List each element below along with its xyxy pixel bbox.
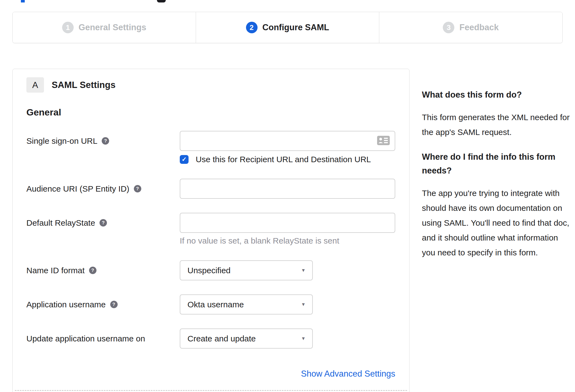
chevron-down-icon: ▼ [301, 302, 306, 307]
clipped-header-fragment-blue [21, 0, 25, 2]
field-label: Single sign-on URL ? [26, 131, 180, 151]
step-label: General Settings [79, 23, 146, 32]
chevron-down-icon: ▼ [301, 268, 306, 273]
field-label: Default RelayState ? [26, 213, 180, 233]
checkbox-label: Use this for Recipient URL and Destinati… [196, 155, 371, 164]
field-row-audience-uri: Audience URI (SP Entity ID) ? [26, 179, 396, 199]
application-username-select[interactable]: Okta username ▼ [180, 294, 313, 314]
step-number-badge: 3 [443, 22, 454, 33]
field-row-default-relaystate: Default RelayState ? If no value is set,… [26, 213, 396, 245]
saml-settings-panel: A SAML Settings General Single sign-on U… [12, 69, 410, 392]
default-relaystate-input[interactable] [180, 213, 395, 233]
field-label: Application username ? [26, 294, 180, 314]
help-heading: Where do I find the info this form needs… [422, 150, 572, 178]
step-label: Configure SAML [262, 23, 329, 32]
chevron-down-icon: ▼ [301, 336, 306, 341]
single-sign-on-url-input[interactable] [180, 131, 395, 151]
help-icon[interactable]: ? [89, 267, 96, 274]
select-value: Okta username [187, 300, 244, 309]
help-paragraph: This form generates the XML needed for t… [422, 110, 572, 140]
help-icon[interactable]: ? [110, 301, 118, 308]
select-value: Unspecified [187, 266, 231, 275]
help-icon[interactable]: ? [99, 219, 107, 227]
step-general-settings[interactable]: 1 General Settings [13, 12, 196, 43]
help-icon[interactable]: ? [102, 137, 109, 145]
step-number-badge: 1 [62, 22, 74, 33]
saml-settings-header: A SAML Settings [26, 77, 396, 93]
step-configure-saml[interactable]: 2 Configure SAML [196, 12, 379, 43]
help-icon[interactable]: ? [134, 185, 141, 192]
select-value: Create and update [187, 334, 256, 343]
update-application-username-select[interactable]: Create and update ▼ [180, 328, 313, 349]
help-panel: What does this form do? This form genera… [422, 88, 572, 270]
audience-uri-input[interactable] [180, 179, 395, 199]
help-paragraph: The app you're trying to integrate with … [422, 186, 572, 260]
field-label: Name ID format ? [26, 260, 180, 280]
clipped-header-fragment-dark [157, 0, 166, 2]
relaystate-hint: If no value is set, a blank RelayState i… [180, 236, 395, 245]
general-group-title: General [26, 107, 396, 118]
recipient-url-checkbox-row: ✓ Use this for Recipient URL and Destina… [180, 155, 395, 164]
name-id-format-select[interactable]: Unspecified ▼ [180, 260, 313, 280]
show-advanced-settings-link[interactable]: Show Advanced Settings [301, 369, 395, 379]
field-label: Audience URI (SP Entity ID) ? [26, 179, 180, 199]
field-row-application-username: Application username ? Okta username ▼ [26, 294, 396, 314]
help-heading: What does this form do? [422, 88, 572, 102]
section-title: SAML Settings [52, 80, 115, 90]
wizard-stepper: 1 General Settings 2 Configure SAML 3 Fe… [12, 12, 563, 43]
step-feedback[interactable]: 3 Feedback [379, 12, 562, 43]
field-row-name-id-format: Name ID format ? Unspecified ▼ [26, 260, 396, 280]
section-letter-badge: A [26, 77, 44, 93]
field-label: Update application username on [26, 328, 180, 349]
section-divider [15, 390, 407, 391]
field-row-single-sign-on-url: Single sign-on URL ? ✓ [26, 131, 396, 164]
field-row-update-application-username: Update application username on Create an… [26, 328, 396, 349]
contact-card-icon[interactable] [377, 136, 390, 146]
recipient-url-checkbox[interactable]: ✓ [180, 155, 189, 164]
step-number-badge: 2 [246, 22, 258, 33]
step-label: Feedback [459, 23, 499, 32]
